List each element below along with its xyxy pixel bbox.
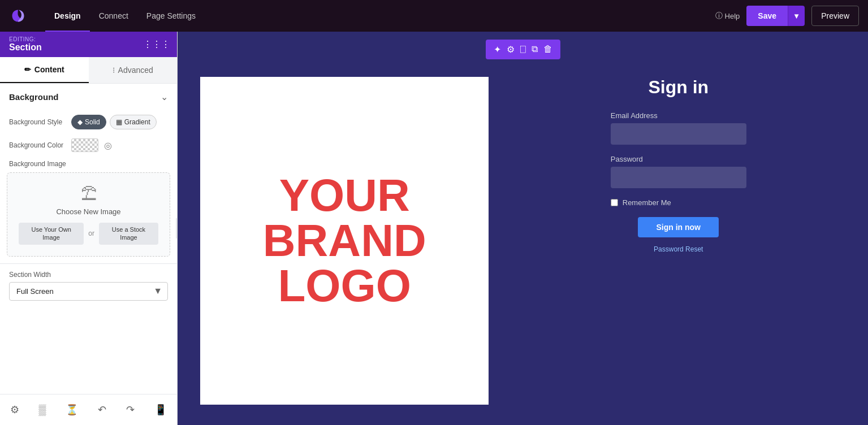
email-field-group: Email Address [611, 111, 746, 145]
history-icon[interactable]: ⏳ [63, 401, 80, 418]
section-width-label: Section Width [9, 271, 168, 279]
choose-new-image-text: Choose New Image [56, 207, 120, 216]
preview-button[interactable]: Preview [811, 6, 859, 26]
nav-right: ⓘ Help Save ▼ Preview [715, 6, 859, 26]
email-input[interactable] [611, 123, 746, 145]
solid-icon: ◆ [77, 118, 83, 126]
sidebar-tabs: ✏ Content ⁝ Advanced [0, 57, 177, 84]
page-content: YOUR BRAND LOGO Sign in Email Address Pa… [189, 43, 857, 405]
or-separator: or [88, 229, 94, 237]
background-color-label: Background Color [9, 141, 66, 149]
tab-advanced[interactable]: ⁝ Advanced [89, 57, 178, 83]
background-image-label: Background Image [0, 157, 177, 170]
save-button-group: Save ▼ [746, 6, 805, 26]
remember-me-checkbox[interactable] [611, 199, 618, 206]
image-placeholder-icon: ⛱ [81, 184, 97, 203]
background-style-row: Background Style ◆ Solid ▦ Gradient [0, 110, 177, 134]
editing-label: EDITING: [9, 36, 42, 42]
background-style-label: Background Style [9, 118, 66, 126]
main-layout: EDITING: Section ⋮⋮⋮ ✏ Content ⁝ Advance… [0, 32, 868, 425]
password-input[interactable] [611, 167, 746, 188]
image-upload-box[interactable]: ⛱ Choose New Image Use Your Own Image or… [7, 172, 170, 257]
settings-icon[interactable]: ⚙ [8, 401, 21, 418]
move-icon[interactable]: ✦ [491, 43, 503, 56]
duplicate-toolbar-icon[interactable]: ⎕ [518, 43, 528, 56]
save-dropdown-button[interactable]: ▼ [788, 6, 805, 26]
help-button[interactable]: ⓘ Help [715, 11, 740, 21]
page-right-section: Sign in Email Address Password Remember … [500, 43, 857, 405]
password-field-group: Password [611, 155, 746, 188]
editing-section-name: Section [9, 42, 42, 53]
save-button[interactable]: Save [746, 6, 788, 26]
background-title: Background [9, 92, 59, 102]
grid-icon[interactable]: ⋮⋮⋮ [143, 39, 170, 50]
delete-toolbar-icon[interactable]: 🗑 [541, 43, 555, 56]
settings-toolbar-icon[interactable]: ⚙ [504, 43, 517, 56]
remember-me-label: Remember Me [623, 198, 671, 207]
gradient-icon: ▦ [116, 118, 122, 126]
layers-icon[interactable]: ▒ [37, 402, 49, 418]
section-width-select-wrap: Full Screen Fixed Width Custom ▼ [9, 282, 168, 301]
style-buttons: ◆ Solid ▦ Gradient [71, 115, 157, 129]
signin-submit-button[interactable]: Sign in now [638, 217, 719, 237]
brand-logo-text: YOUR BRAND LOGO [200, 173, 489, 309]
pencil-icon: ✏ [24, 65, 31, 74]
tab-content[interactable]: ✏ Content [0, 57, 89, 83]
email-label: Email Address [611, 111, 746, 120]
chevron-down-icon: ⌄ [161, 92, 168, 102]
background-panel: Background ⌄ Background Style ◆ Solid ▦ … [0, 84, 177, 264]
help-icon: ⓘ [715, 11, 723, 21]
solid-style-button[interactable]: ◆ Solid [71, 115, 106, 129]
tab-page-settings[interactable]: Page Settings [137, 0, 205, 32]
sidebar-section-info: EDITING: Section [9, 36, 42, 53]
sidebar-footer: ⚙ ▒ ⏳ ↶ ↷ 📱 [0, 394, 177, 425]
background-panel-header[interactable]: Background ⌄ [0, 84, 177, 110]
tab-connect[interactable]: Connect [90, 0, 137, 32]
undo-icon[interactable]: ↶ [96, 401, 109, 418]
use-your-own-image-button[interactable]: Use Your Own Image [19, 223, 84, 245]
tab-design[interactable]: Design [45, 0, 90, 32]
image-source-row: Use Your Own Image or Use a Stock Image [19, 223, 158, 245]
sidebar-content: Background ⌄ Background Style ◆ Solid ▦ … [0, 84, 177, 394]
sidebar: EDITING: Section ⋮⋮⋮ ✏ Content ⁝ Advance… [0, 32, 178, 425]
background-color-swatch[interactable] [71, 138, 98, 152]
gradient-style-button[interactable]: ▦ Gradient [110, 115, 157, 129]
nav-tabs: Design Connect Page Settings [45, 0, 205, 32]
background-color-row: Background Color ◎ [0, 134, 177, 157]
canvas-area: ✦ ⚙ ⎕ ⧉ 🗑 YOUR BRAND LOGO Sign in Email … [178, 32, 868, 425]
grid-small-icon: ⁝ [113, 66, 115, 75]
sidebar-header: EDITING: Section ⋮⋮⋮ [0, 32, 177, 57]
redo-icon[interactable]: ↷ [124, 401, 137, 418]
section-toolbar: ✦ ⚙ ⎕ ⧉ 🗑 [486, 40, 560, 59]
brand-logo-section: YOUR BRAND LOGO [200, 77, 489, 405]
remember-me-row: Remember Me [611, 198, 746, 207]
page-left-section: YOUR BRAND LOGO [189, 43, 500, 405]
section-width-panel: Section Width Full Screen Fixed Width Cu… [0, 264, 177, 307]
color-picker-icon[interactable]: ◎ [104, 140, 112, 151]
use-stock-image-button[interactable]: Use a Stock Image [99, 223, 158, 245]
copy-toolbar-icon[interactable]: ⧉ [529, 43, 540, 56]
mobile-icon[interactable]: 📱 [152, 401, 169, 418]
password-reset-link[interactable]: Password Reset [654, 245, 703, 253]
signin-title: Sign in [648, 77, 709, 98]
top-navigation: Design Connect Page Settings ⓘ Help Save… [0, 0, 868, 32]
password-label: Password [611, 155, 746, 163]
app-logo[interactable] [9, 7, 27, 25]
section-width-select[interactable]: Full Screen Fixed Width Custom [9, 282, 168, 301]
